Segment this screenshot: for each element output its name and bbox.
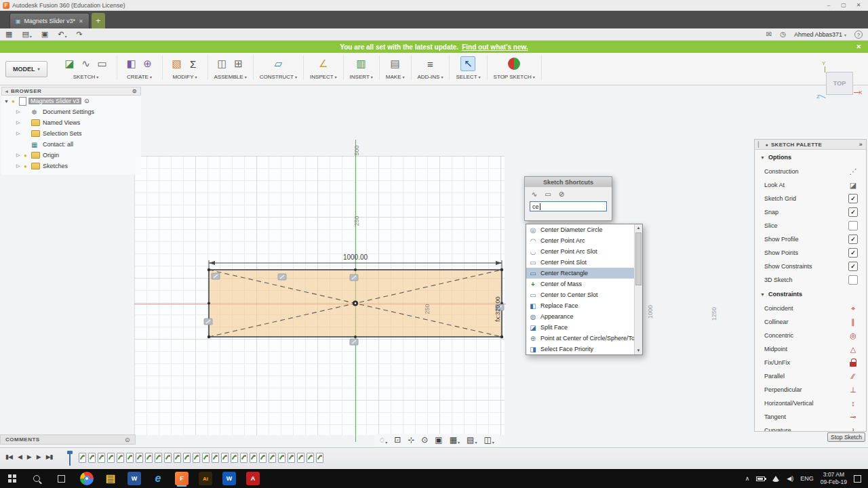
new-tab-button[interactable]: + [92,13,105,28]
constraint-badge[interactable] [350,339,358,345]
go-to-start-button[interactable]: ▮◀ [5,453,12,460]
constraint-icon[interactable]: ⊸ [848,412,858,422]
battery-icon[interactable] [756,476,765,481]
option-control[interactable]: ✓ [848,207,858,217]
browser-row[interactable]: ▷ ● Origin [1,150,141,161]
view-cube[interactable]: Y TOP X Z [815,62,867,106]
grid-layout-icon[interactable]: ▤▾ [467,435,477,445]
expand-arrow-icon[interactable]: ▷ [16,109,24,115]
timeline-feature-icon[interactable] [164,453,172,463]
palette-constraint-row[interactable]: Parallel ∕∕ [755,369,866,383]
close-button[interactable]: ✕ [852,2,865,8]
taskbar-search-button[interactable] [24,469,49,488]
option-control[interactable]: ✓ [848,235,858,244]
ribbon-group-label[interactable]: SELECT▾ [456,74,480,80]
options-section-header[interactable]: ▼ Options [755,150,866,165]
network-icon[interactable] [772,476,780,482]
palette-constraint-row[interactable]: Fix/UnFix [755,356,866,369]
pan-icon[interactable]: ⊹ [408,435,414,445]
browser-row[interactable]: ▷ Selection Sets [1,128,141,139]
timeline-feature-icon[interactable] [174,453,181,463]
ribbon-group-label[interactable]: MAKE▾ [386,74,405,80]
task-view-button[interactable] [49,469,73,488]
scroll-thumb[interactable] [635,232,642,285]
timeline-feature-icon[interactable] [79,453,86,463]
timeline-feature-icon[interactable] [288,453,295,463]
step-forward-button[interactable]: ▶ [37,453,41,460]
constraint-badge[interactable] [350,274,358,281]
timeline-feature-icon[interactable] [145,453,153,463]
constraint-icon[interactable]: ↕ [848,399,858,408]
option-control[interactable] [848,221,858,230]
constraint-icon[interactable]: △ [848,344,858,354]
option-control[interactable]: ✓ [848,248,858,258]
file-menu-icon[interactable]: ▤▾ [22,30,31,39]
dimension-value[interactable]: 1000.00 [343,253,368,261]
app-launcher-icon[interactable]: ▦ [5,30,12,39]
job-status-icon[interactable]: ◷ [780,30,786,38]
browser-item-label[interactable]: Contact: all [41,141,75,148]
suggestion-item[interactable]: ◡ Center Point Arc Slot [526,246,634,257]
timeline-feature-icon[interactable] [88,453,96,463]
option-control[interactable] [848,275,858,285]
start-button[interactable] [0,469,24,488]
browser-item-label[interactable]: Sketches [41,163,70,169]
sketch-point[interactable] [354,336,357,338]
user-account-menu[interactable]: Ahmed Abbas371▾ [794,31,846,38]
look-at-icon[interactable]: ⊡ [394,435,401,445]
palette-header[interactable]: ▏ ● SKETCH PALETTE » [755,140,866,150]
timeline-feature-icon[interactable] [98,453,105,463]
option-control[interactable]: ✓ [848,194,858,203]
activate-radio-icon[interactable]: ⊙ [84,98,90,104]
timeline-feature-icon[interactable] [250,453,257,463]
add-ins-icon[interactable]: ≡ [422,56,437,71]
constraint-badge[interactable] [212,273,220,279]
spline-icon[interactable]: ∿ [79,56,94,71]
stop-sketch-button[interactable]: Stop Sketch [827,432,865,442]
palette-option-row[interactable]: Show Constraints ✓ [755,260,866,273]
height-dimension-label[interactable]: fx:320.00 [494,296,501,321]
action-center-icon[interactable] [854,475,861,483]
timeline-feature-icon[interactable] [231,453,238,463]
palette-constraint-row[interactable]: Collinear ∥ [755,315,866,329]
joint-icon[interactable]: ⊞ [231,56,246,71]
timeline-feature-icon[interactable] [221,453,229,463]
ribbon-group-label[interactable]: ASSEMBLE▾ [214,74,247,80]
timeline-feature-icon[interactable] [183,453,191,463]
suggestion-item[interactable]: ▭ Center Point Slot [526,257,634,268]
browser-item-label[interactable]: Selection Sets [41,130,84,137]
word-2-icon[interactable]: W [222,472,236,485]
timeline-feature-icon[interactable] [107,453,115,463]
comments-expand-icon[interactable]: ⊙ [125,436,130,443]
ribbon-group-label[interactable]: CREATE▾ [127,74,152,80]
ribbon-group-label[interactable]: INSPECT▾ [310,74,337,80]
constraint-icon[interactable]: ◎ [848,331,858,340]
display-settings-icon[interactable]: ▦▾ [450,435,460,445]
browser-item-label[interactable]: Named Views [41,119,82,126]
help-button[interactable]: ? [854,30,863,39]
palette-option-row[interactable]: Show Points ✓ [755,246,866,260]
ribbon-group-label[interactable]: STOP SKETCH▾ [494,74,535,80]
ribbon-group-label[interactable]: MODIFY▾ [172,74,197,80]
palette-constraint-row[interactable]: Perpendicular ⊥ [755,383,866,396]
play-button[interactable]: ▶ [27,453,31,460]
sketch-point[interactable] [208,302,210,305]
save-icon[interactable]: ▣ [41,30,48,39]
timeline-feature-icon[interactable] [212,453,219,463]
palette-constraint-row[interactable]: Tangent ⊸ [755,410,866,424]
constraint-icon[interactable]: ≀ [848,426,858,432]
timeline-feature-icon[interactable] [126,453,134,463]
visibility-bulb-icon[interactable]: ● [12,98,19,104]
browser-row[interactable]: ▷ Named Views [1,117,141,128]
new-component-icon[interactable]: ◫ [215,56,230,71]
sketch-point[interactable] [354,268,357,271]
palette-grip-icon[interactable]: ▏ [758,142,762,148]
sketch-point[interactable] [500,336,503,338]
constraint-icon[interactable]: ⊥ [848,385,858,394]
constraint-badge[interactable] [278,274,286,280]
timeline-playhead[interactable] [69,451,75,466]
document-tab[interactable]: ▣ Magnets Slider v3* ✕ [9,13,90,28]
suggestion-item[interactable]: ⊕ Point at Center of Circle/Sphere/Torus [526,333,634,344]
palette-constraint-row[interactable]: Coincident ⌖ [755,302,866,315]
palette-constraint-row[interactable]: Horizontal/Vertical ↕ [755,396,866,410]
